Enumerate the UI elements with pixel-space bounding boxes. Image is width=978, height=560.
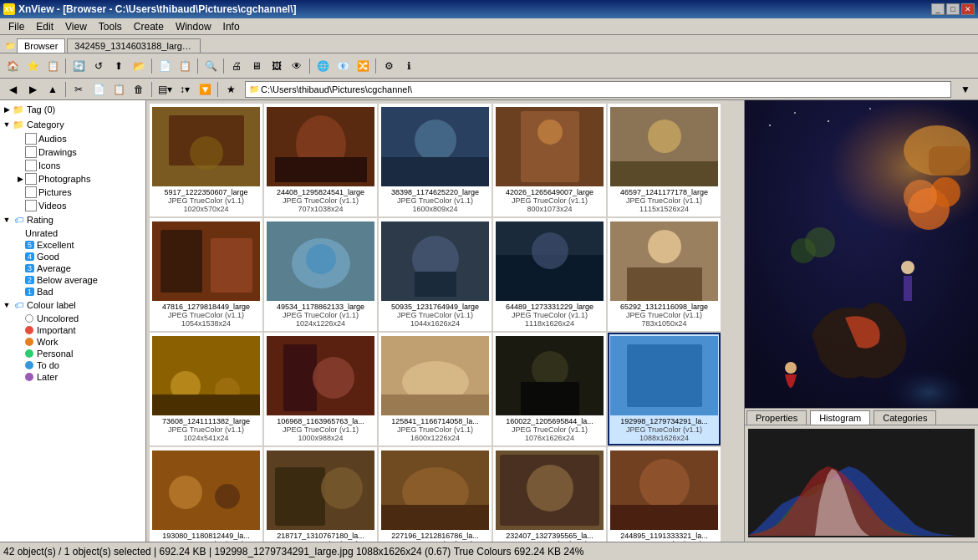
thumb-item[interactable]: 160022_1205695844_la... JPEG TrueColor (… bbox=[493, 333, 606, 445]
tab-image[interactable]: 342459_1314603188_large.jpg bbox=[67, 38, 201, 53]
settings-button[interactable]: ⚙ bbox=[379, 57, 398, 75]
icons-check[interactable] bbox=[25, 160, 37, 171]
center-panel: 5917_1222350607_large JPEG TrueColor (v1… bbox=[146, 100, 744, 542]
filter-button[interactable]: 🔽 bbox=[196, 80, 214, 99]
menu-edit[interactable]: Edit bbox=[31, 19, 59, 34]
drawings-check[interactable] bbox=[25, 146, 37, 158]
sidebar-item-work[interactable]: Work bbox=[2, 336, 144, 348]
thumb-item[interactable]: 38398_1174625220_large JPEG TrueColor (v… bbox=[379, 104, 492, 216]
sidebar-item-colour-label[interactable]: ▼ 🏷 Colour label bbox=[2, 298, 144, 313]
sidebar-item-bad[interactable]: 1 Bad bbox=[2, 286, 144, 298]
thumb-item[interactable]: 73608_1241111382_large JPEG TrueColor (v… bbox=[150, 333, 262, 445]
fav-star[interactable]: ★ bbox=[222, 80, 240, 99]
folder-button[interactable]: 📂 bbox=[130, 57, 148, 75]
thumb-info: JPEG TrueColor (v1.1) bbox=[283, 425, 359, 434]
menu-tools[interactable]: Tools bbox=[94, 19, 127, 34]
sidebar-item-below-average[interactable]: 2 Below average bbox=[2, 274, 144, 286]
tab-categories[interactable]: Categories bbox=[874, 410, 936, 425]
thumb-item[interactable]: 227196_1212816786_la... JPEG TrueColor (… bbox=[379, 447, 492, 542]
videos-check[interactable] bbox=[25, 200, 37, 211]
tab-histogram[interactable]: Histogram bbox=[810, 410, 870, 425]
svg-point-76 bbox=[869, 108, 871, 109]
sidebar-item-videos[interactable]: Videos bbox=[2, 199, 144, 212]
favorites-button[interactable]: ⭐ bbox=[23, 57, 42, 75]
view-button[interactable]: 👁 bbox=[288, 57, 306, 75]
home-button[interactable]: 🏠 bbox=[3, 57, 22, 75]
screen-button[interactable]: 🖥 bbox=[247, 57, 266, 75]
refresh-button[interactable]: 🔄 bbox=[69, 57, 88, 75]
sidebar-item-icons[interactable]: Icons bbox=[2, 159, 144, 172]
menu-window[interactable]: Window bbox=[171, 19, 216, 34]
sidebar-item-average[interactable]: 3 Average bbox=[2, 262, 144, 274]
tab-properties[interactable]: Properties bbox=[746, 410, 807, 425]
sidebar-item-audios[interactable]: Audios bbox=[2, 132, 144, 145]
thumb-item[interactable]: 47816_1279818449_large JPEG TrueColor (v… bbox=[150, 218, 262, 331]
sidebar-item-tag[interactable]: ▶ 📁 Tag (0) bbox=[2, 102, 144, 117]
convert-button[interactable]: 🔀 bbox=[354, 57, 372, 75]
thumb-item-selected[interactable]: 192998_1279734291_la... JPEG TrueColor (… bbox=[608, 333, 721, 445]
sidebar-item-later[interactable]: Later bbox=[2, 371, 144, 383]
thumb-item[interactable]: 244895_1191333321_la... JPEG TrueColor (… bbox=[608, 447, 721, 542]
thumb-item[interactable]: 193080_1180812449_la... JPEG TrueColor (… bbox=[150, 447, 262, 542]
info-button[interactable]: ℹ bbox=[400, 57, 418, 75]
sidebar-item-personal[interactable]: Personal bbox=[2, 348, 144, 359]
pictures-check[interactable] bbox=[25, 186, 37, 198]
forward-button[interactable]: ▶ bbox=[23, 80, 42, 99]
copy-button[interactable]: 📄 bbox=[155, 57, 174, 75]
thumb-item[interactable]: 46597_1241177178_large JPEG TrueColor (v… bbox=[608, 104, 721, 216]
prefs-button[interactable]: 📋 bbox=[43, 57, 62, 75]
thumb-item[interactable]: 218717_1310767180_la... JPEG TrueColor (… bbox=[264, 447, 377, 542]
thumb-item[interactable]: 64489_1273331229_large JPEG TrueColor (v… bbox=[493, 218, 606, 331]
sidebar-item-rating[interactable]: ▼ 🏷 Rating bbox=[2, 212, 144, 227]
audios-check[interactable] bbox=[25, 133, 37, 145]
menu-view[interactable]: View bbox=[60, 19, 92, 34]
menu-create[interactable]: Create bbox=[129, 19, 169, 34]
svg-point-74 bbox=[794, 112, 796, 114]
view-select[interactable]: ▤▾ bbox=[155, 80, 174, 99]
thumb-item[interactable]: 125841_1166714058_la... JPEG TrueColor (… bbox=[379, 333, 492, 445]
network-button[interactable]: 🌐 bbox=[313, 57, 332, 75]
sort-button[interactable]: ↕▾ bbox=[176, 80, 194, 99]
sidebar-item-excellent[interactable]: 5 Excellent bbox=[2, 239, 144, 251]
address-input[interactable] bbox=[261, 84, 947, 94]
menu-file[interactable]: File bbox=[3, 19, 29, 34]
sidebar-item-uncolored[interactable]: Uncolored bbox=[2, 313, 144, 324]
tab-browser[interactable]: Browser bbox=[17, 38, 65, 53]
sidebar-item-drawings[interactable]: Drawings bbox=[2, 145, 144, 159]
up-button[interactable]: ▲ bbox=[43, 80, 62, 99]
move-button[interactable]: 📋 bbox=[176, 57, 194, 75]
sidebar-item-pictures[interactable]: Pictures bbox=[2, 186, 144, 199]
print-button[interactable]: 🖨 bbox=[227, 57, 246, 75]
thumb-button[interactable]: 🖼 bbox=[267, 57, 286, 75]
minimize-button[interactable]: _ bbox=[931, 3, 945, 15]
sidebar-item-good[interactable]: 4 Good bbox=[2, 251, 144, 262]
close-button[interactable]: ✕ bbox=[961, 3, 975, 15]
sidebar-item-unrated[interactable]: Unrated bbox=[2, 227, 144, 239]
sidebar-item-important[interactable]: Important bbox=[2, 324, 144, 336]
back-button[interactable]: ◀ bbox=[3, 80, 22, 99]
delete-button[interactable]: 🗑 bbox=[130, 80, 148, 99]
paste-button[interactable]: 📋 bbox=[110, 80, 128, 99]
thumb-item[interactable]: 24408_1295824541_large JPEG TrueColor (v… bbox=[264, 104, 377, 216]
photographs-check[interactable] bbox=[25, 173, 37, 185]
thumb-item[interactable]: 65292_1312116098_large JPEG TrueColor (v… bbox=[608, 218, 721, 331]
email-button[interactable]: 📧 bbox=[334, 57, 352, 75]
copy2-button[interactable]: 📄 bbox=[89, 80, 108, 99]
sidebar-item-category[interactable]: ▼ 📁 Category bbox=[2, 117, 144, 132]
thumb-item[interactable]: 232407_1327395565_la... JPEG TrueColor (… bbox=[493, 447, 606, 542]
thumb-item[interactable]: 50935_1231764949_large JPEG TrueColor (v… bbox=[379, 218, 492, 331]
cut-button[interactable]: ✂ bbox=[69, 80, 88, 99]
thumb-item[interactable]: 5917_1222350607_large JPEG TrueColor (v1… bbox=[150, 104, 262, 216]
new-tab-button[interactable]: 📁 bbox=[3, 38, 17, 53]
address-go[interactable]: ▼ bbox=[956, 80, 975, 99]
refresh2-button[interactable]: ↺ bbox=[89, 57, 108, 75]
search-button[interactable]: 🔍 bbox=[201, 57, 220, 75]
maximize-button[interactable]: □ bbox=[946, 3, 960, 15]
go-up-button[interactable]: ⬆ bbox=[110, 57, 128, 75]
menu-info[interactable]: Info bbox=[218, 19, 245, 34]
thumb-item[interactable]: 49534_1178862133_large JPEG TrueColor (v… bbox=[264, 218, 377, 331]
thumb-item[interactable]: 106968_1163965763_la... JPEG TrueColor (… bbox=[264, 333, 377, 445]
sidebar-item-photographs[interactable]: ▶ Photographs bbox=[2, 172, 144, 186]
sidebar-item-todo[interactable]: To do bbox=[2, 359, 144, 371]
thumb-item[interactable]: 42026_1265649007_large JPEG TrueColor (v… bbox=[493, 104, 606, 216]
